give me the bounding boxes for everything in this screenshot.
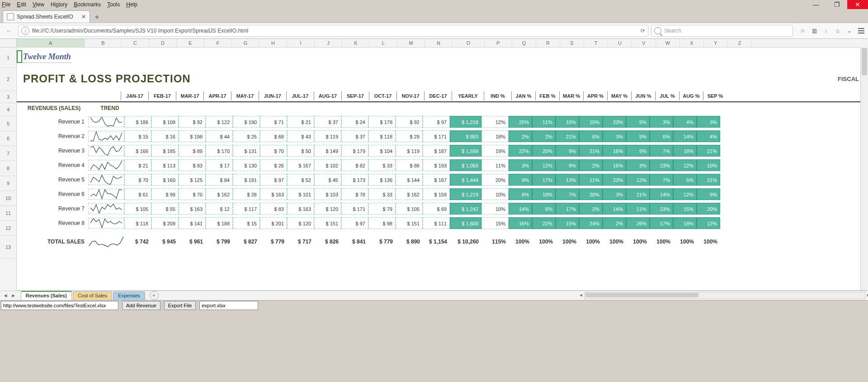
data-cell[interactable]: 7% xyxy=(556,188,579,200)
data-cell[interactable]: 16% xyxy=(603,145,626,157)
horizontal-scroll-thumb[interactable] xyxy=(585,293,698,297)
data-cell[interactable]: 11% xyxy=(626,203,650,215)
data-cell[interactable]: 2% xyxy=(579,159,603,171)
data-cell[interactable]: $ 17 xyxy=(206,159,233,171)
data-cell[interactable]: 3% xyxy=(626,159,650,171)
data-cell[interactable]: 15% xyxy=(481,217,509,229)
data-cell[interactable]: $ 179 xyxy=(341,145,368,157)
col-header-T[interactable]: T xyxy=(584,39,608,47)
export-filename-input[interactable] xyxy=(199,301,258,310)
data-cell[interactable]: $ 120 xyxy=(314,203,341,215)
data-cell[interactable]: $ 105 xyxy=(124,203,151,215)
data-cell[interactable]: 18% xyxy=(673,145,697,157)
library-icon[interactable]: ▥ xyxy=(810,27,818,35)
data-cell[interactable]: $ 79 xyxy=(368,203,396,215)
data-cell[interactable]: 15% xyxy=(673,203,697,215)
data-cell[interactable]: 14% xyxy=(650,188,673,200)
col-header-V[interactable]: V xyxy=(632,39,656,47)
data-cell[interactable]: $ 187 xyxy=(423,145,450,157)
row-header-4[interactable]: 4 xyxy=(0,103,16,116)
data-cell[interactable]: 21% xyxy=(697,174,720,186)
window-close-button[interactable]: ✕ xyxy=(847,0,868,9)
data-cell[interactable]: $ 167 xyxy=(287,159,314,171)
data-cell[interactable]: 12% xyxy=(532,159,556,171)
data-cell[interactable]: $ 37 xyxy=(341,130,368,142)
data-cell[interactable]: $ 89 xyxy=(179,145,206,157)
col-header-N[interactable]: N xyxy=(425,39,453,47)
sheet-nav-next[interactable]: ► xyxy=(11,292,16,299)
data-cell[interactable]: $ 55 xyxy=(151,203,179,215)
col-header-R[interactable]: R xyxy=(536,39,560,47)
data-cell[interactable]: 9% xyxy=(626,116,650,128)
data-cell[interactable]: $ 118 xyxy=(368,130,396,142)
data-cell[interactable]: 19% xyxy=(481,145,509,157)
data-cell[interactable]: 6% xyxy=(650,130,673,142)
data-cell[interactable]: $ 191 xyxy=(233,174,260,186)
menu-file[interactable]: File xyxy=(2,1,10,8)
data-cell[interactable]: 9% xyxy=(626,130,650,142)
select-all-corner[interactable] xyxy=(0,39,17,47)
data-cell[interactable]: 20% xyxy=(481,174,509,186)
col-header-Q[interactable]: Q xyxy=(512,39,536,47)
url-bar[interactable]: i file:///C:/Users/admin/Documents/Sampl… xyxy=(18,25,648,37)
data-cell[interactable]: $ 144 xyxy=(396,174,423,186)
row-header-10[interactable]: 10 xyxy=(0,191,16,206)
data-cell[interactable]: 3% xyxy=(603,130,626,142)
data-cell[interactable]: $ 103 xyxy=(314,188,341,200)
data-cell[interactable]: 12% xyxy=(626,174,650,186)
data-cell[interactable]: 6% xyxy=(532,203,556,215)
data-cell[interactable]: $ 117 xyxy=(233,203,260,215)
data-cell[interactable]: $ 159 xyxy=(423,188,450,200)
data-cell[interactable]: $ 71 xyxy=(260,116,287,128)
data-cell[interactable]: $ 84 xyxy=(206,174,233,186)
col-header-F[interactable]: F xyxy=(204,39,232,47)
data-cell[interactable]: 20% xyxy=(579,188,603,200)
data-cell[interactable]: $ 98 xyxy=(368,217,396,229)
data-cell[interactable]: 23% xyxy=(650,203,673,215)
file-url-input[interactable] xyxy=(1,301,118,310)
bookmark-star-icon[interactable]: ☆ xyxy=(798,27,807,35)
col-header-X[interactable]: X xyxy=(680,39,704,47)
data-cell[interactable]: 2% xyxy=(509,130,532,142)
data-cell[interactable]: $ 171 xyxy=(341,203,368,215)
sheet-tab-cost[interactable]: Cost of Sales xyxy=(73,291,112,300)
data-cell[interactable]: $ 97 xyxy=(260,174,287,186)
data-cell[interactable]: 16% xyxy=(603,159,626,171)
data-cell[interactable]: 10% xyxy=(532,188,556,200)
data-cell[interactable]: $ 149 xyxy=(314,145,341,157)
data-cell[interactable]: 10% xyxy=(481,203,509,215)
data-cell[interactable]: 21% xyxy=(697,145,720,157)
data-cell[interactable]: $ 130 xyxy=(233,159,260,171)
data-cell[interactable]: 3% xyxy=(697,116,720,128)
data-cell[interactable]: $ 70 xyxy=(179,188,206,200)
data-cell[interactable]: 18% xyxy=(673,217,697,229)
data-cell[interactable]: $ 108 xyxy=(151,116,179,128)
data-cell[interactable]: 9% xyxy=(556,159,579,171)
data-cell[interactable]: $ 92 xyxy=(396,116,423,128)
col-header-M[interactable]: M xyxy=(397,39,425,47)
data-cell[interactable]: 17% xyxy=(532,174,556,186)
menu-view[interactable]: View xyxy=(33,1,44,8)
col-header-S[interactable]: S xyxy=(560,39,584,47)
data-cell[interactable]: $ 29 xyxy=(396,130,423,142)
data-cell[interactable]: $ 1,599 xyxy=(450,145,481,157)
row-header-7[interactable]: 7 xyxy=(0,146,16,161)
data-cell[interactable]: 18% xyxy=(481,130,509,142)
col-header-Z[interactable]: Z xyxy=(728,39,752,47)
data-cell[interactable]: $ 102 xyxy=(314,159,341,171)
data-cell[interactable]: $ 163 xyxy=(260,188,287,200)
data-cell[interactable]: 17% xyxy=(556,203,579,215)
data-cell[interactable]: 25% xyxy=(509,116,532,128)
data-cell[interactable]: $ 104 xyxy=(368,145,396,157)
info-icon[interactable]: i xyxy=(21,27,29,35)
data-cell[interactable]: $ 171 xyxy=(423,130,450,142)
menu-help[interactable]: Help xyxy=(126,1,137,8)
data-cell[interactable]: $ 43 xyxy=(287,130,314,142)
col-header-K[interactable]: K xyxy=(342,39,370,47)
data-cell[interactable]: $ 170 xyxy=(206,145,233,157)
data-cell[interactable]: $ 173 xyxy=(341,174,368,186)
data-cell[interactable]: 6% xyxy=(579,130,603,142)
data-cell[interactable]: $ 88 xyxy=(396,159,423,171)
vertical-scrollbar[interactable]: ▲ xyxy=(860,47,868,290)
row-header-6[interactable]: 6 xyxy=(0,131,16,146)
